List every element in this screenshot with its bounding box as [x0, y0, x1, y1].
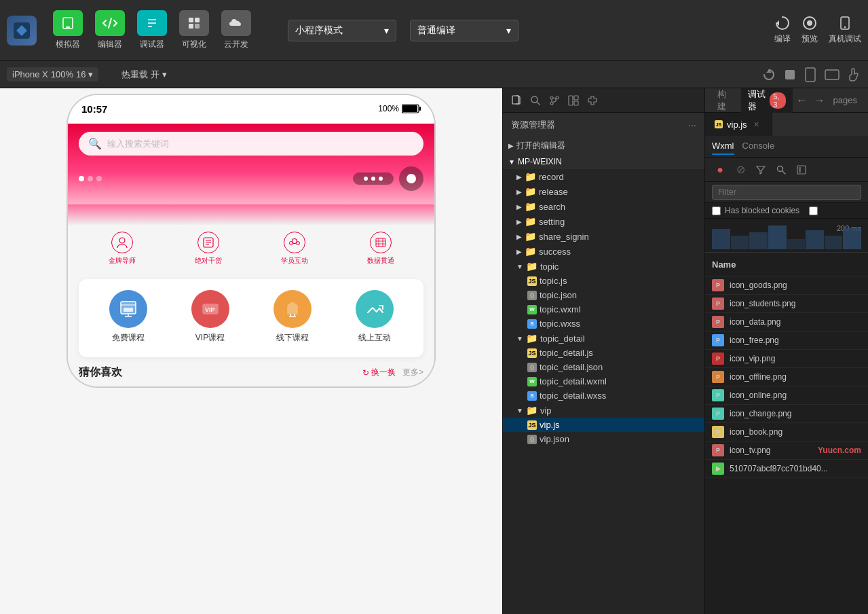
- real-device-label: 真机调试: [829, 33, 861, 45]
- resource-item-icon-change[interactable]: P icon_change.png: [705, 405, 868, 423]
- feature-item-data: 数据贯通: [367, 232, 394, 266]
- filter-svg-icon: [756, 165, 766, 175]
- json-vip-icon: {}: [527, 435, 537, 444]
- record-button[interactable]: [399, 166, 423, 191]
- file-topic-wxml[interactable]: W topic.wxml: [503, 302, 704, 317]
- resource-item-icon-offline[interactable]: P icon_offline.png: [705, 368, 868, 386]
- file-topic-js[interactable]: JS topic.js: [503, 274, 704, 288]
- mode-selector[interactable]: 小程序模式 ▾: [288, 20, 396, 41]
- compile-button[interactable]: 编译: [774, 16, 791, 45]
- search-panel-svg: [530, 95, 541, 106]
- vip-tab-close[interactable]: ×: [751, 119, 762, 130]
- online-interact-item[interactable]: 线上互动: [356, 290, 394, 344]
- folder-topic-detail-label: topic_detail: [540, 333, 585, 344]
- svg-rect-2: [66, 26, 70, 28]
- nav-back-icon[interactable]: ←: [794, 94, 810, 107]
- extension-icon[interactable]: [584, 92, 601, 109]
- folder-release[interactable]: ▶ 📁 release: [503, 184, 704, 199]
- battery-label: 100%: [378, 104, 399, 113]
- resource-item-icon-book[interactable]: P icon_book.png: [705, 423, 868, 441]
- resource-item-icon-tv[interactable]: P icon_tv.png Yuucn.com: [705, 441, 868, 460]
- layout-debug-icon[interactable]: [793, 162, 810, 178]
- vip-js-tab[interactable]: JS vip.js ×: [705, 113, 772, 136]
- visual-button[interactable]: 可视化: [175, 10, 213, 50]
- search-bar[interactable]: 🔍 输入搜索关键词: [79, 132, 423, 156]
- filter-debug-icon[interactable]: [753, 162, 769, 178]
- offline-course-item[interactable]: 线下课程: [273, 290, 312, 344]
- svg-rect-17: [785, 70, 795, 79]
- hot-reload-toggle[interactable]: 热重载 开 ▾: [121, 69, 167, 81]
- preview-button[interactable]: 预览: [801, 16, 818, 45]
- svg-rect-58: [797, 166, 806, 174]
- panel-header-icons: ···: [688, 120, 696, 130]
- folder-success[interactable]: ▶ 📁 success: [503, 244, 704, 259]
- more-options-icon[interactable]: ···: [688, 120, 696, 130]
- compile-selector[interactable]: 普通编译 ▾: [410, 20, 518, 41]
- offline-course-label: 线下课程: [276, 332, 309, 344]
- layout-icon[interactable]: [565, 92, 582, 109]
- tablet-view-button[interactable]: [825, 69, 839, 81]
- resource-item-icon-data[interactable]: P icon_data.png: [705, 313, 868, 331]
- mp-weixin-header[interactable]: ▼ MP-WEIXIN: [503, 154, 704, 169]
- build-tab[interactable]: 构建: [712, 88, 734, 115]
- panel-toolbar: [503, 88, 704, 113]
- open-editors-header[interactable]: ▶ 打开的编辑器: [503, 137, 704, 154]
- folder-search[interactable]: ▶ 📁 search: [503, 199, 704, 214]
- stop-debug-icon[interactable]: ⊘: [732, 162, 749, 178]
- wxml-tab[interactable]: Wxml: [712, 138, 734, 155]
- device-selector[interactable]: iPhone X 100% 16 ▾: [7, 67, 98, 82]
- filter-input[interactable]: [712, 185, 861, 200]
- free-course-item[interactable]: 免费课程: [109, 290, 147, 344]
- record-debug-icon[interactable]: ●: [712, 162, 728, 178]
- cloud-button[interactable]: 云开发: [217, 10, 255, 50]
- git-icon[interactable]: [546, 92, 563, 109]
- search-debug-icon[interactable]: [773, 162, 789, 178]
- stop-button[interactable]: [784, 69, 796, 81]
- more-button[interactable]: 更多>: [402, 367, 423, 378]
- folder-share-signin[interactable]: ▶ 📁 share_signin: [503, 229, 704, 244]
- resource-item-icon-goods[interactable]: P icon_goods.png: [705, 276, 868, 295]
- editor-button[interactable]: 编辑器: [91, 10, 129, 50]
- blocked-cookies-checkbox-2[interactable]: [809, 206, 818, 215]
- folder-setting[interactable]: ▶ 📁 setting: [503, 214, 704, 229]
- rotate-button[interactable]: [762, 68, 776, 82]
- dots-button[interactable]: [353, 173, 394, 185]
- file-vip-js[interactable]: JS vip.js: [503, 418, 704, 432]
- resource-item-icon-vip[interactable]: P icon_vip.png: [705, 350, 868, 368]
- blocked-cookies-checkbox[interactable]: [712, 206, 721, 215]
- resource-item-hash[interactable]: ▶ 510707abcf87cc701bd40...: [705, 460, 868, 478]
- resource-item-icon-online[interactable]: P icon_online.png: [705, 386, 868, 405]
- file-topic-json[interactable]: {} topic.json: [503, 288, 704, 302]
- file-topic-detail-wxss[interactable]: S topic_detail.wxss: [503, 389, 704, 403]
- resource-name-online: icon_online.png: [730, 391, 861, 400]
- debugger-button[interactable]: 调试器: [133, 10, 171, 50]
- open-editors-label: 打开的编辑器: [516, 140, 565, 151]
- folder-vip[interactable]: ▼ 📁 vip: [503, 403, 704, 418]
- simulator-button[interactable]: 模拟器: [49, 10, 87, 50]
- resource-item-icon-free[interactable]: P icon_free.png: [705, 331, 868, 350]
- debugger-tab[interactable]: 调试器 5, 3: [741, 88, 793, 115]
- svg-line-3: [109, 18, 111, 28]
- refresh-button[interactable]: ↻ 换一换: [362, 367, 396, 378]
- svg-rect-9: [189, 24, 193, 29]
- real-device-button[interactable]: 真机调试: [829, 16, 861, 45]
- console-tab[interactable]: Console: [742, 138, 775, 155]
- file-vip-json[interactable]: {} vip.json: [503, 432, 704, 446]
- nav-forward-icon[interactable]: →: [812, 94, 828, 107]
- folder-record[interactable]: ▶ 📁 record: [503, 169, 704, 184]
- phone-view-button[interactable]: [804, 67, 816, 82]
- gesture-button[interactable]: [848, 67, 861, 82]
- folder-topic[interactable]: ▼ 📁 topic: [503, 259, 704, 274]
- folder-topic-detail[interactable]: ▼ 📁 topic_detail: [503, 331, 704, 346]
- visual-label: 可视化: [182, 39, 206, 50]
- folder-search-icon: 📁: [525, 201, 536, 212]
- resource-item-icon-students[interactable]: P icon_students.png: [705, 295, 868, 313]
- file-topic-detail-json[interactable]: {} topic_detail.json: [503, 360, 704, 374]
- file-topic-detail-js[interactable]: JS topic_detail.js: [503, 346, 704, 360]
- file-topic-detail-wxml[interactable]: W topic_detail.wxml: [503, 374, 704, 389]
- file-topic-wxss[interactable]: S topic.wxss: [503, 317, 704, 331]
- search-panel-icon[interactable]: [527, 92, 544, 109]
- layout-debug-svg: [797, 165, 806, 175]
- files-icon[interactable]: [508, 92, 525, 109]
- vip-course-item[interactable]: VIP VIP课程: [191, 290, 229, 344]
